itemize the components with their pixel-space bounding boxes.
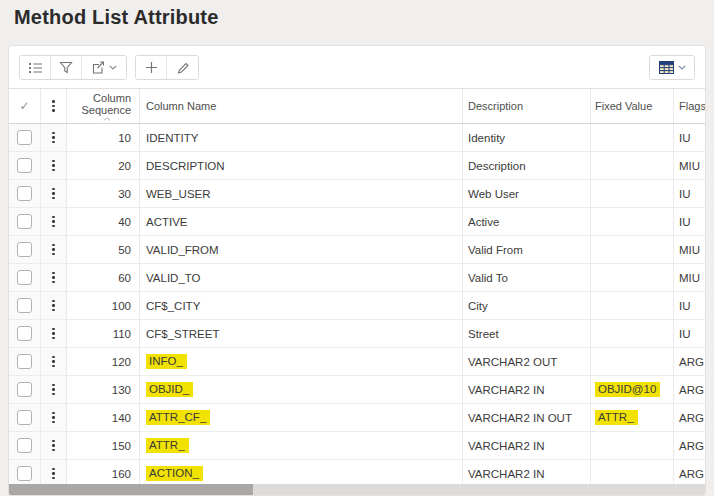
row-checkbox[interactable] — [17, 382, 32, 397]
cell-column-name: OBJID_ — [140, 376, 463, 403]
table-row[interactable]: 10 IDENTITY Identity IU — [9, 124, 705, 152]
cell-flags: MIU — [674, 264, 705, 291]
table-row[interactable]: 40 ACTIVE Active IU — [9, 208, 705, 236]
chevron-down-icon — [678, 65, 686, 70]
table-view-dropdown-button[interactable] — [650, 56, 694, 79]
row-select-cell — [9, 124, 41, 151]
toolbar-group-edit — [135, 55, 199, 80]
pencil-icon — [176, 61, 189, 74]
row-checkbox[interactable] — [17, 186, 32, 201]
header-label: Column Sequence — [67, 92, 131, 116]
row-checkbox[interactable] — [17, 242, 32, 257]
kebab-menu-icon[interactable] — [49, 241, 58, 259]
cell-fixed-value — [591, 208, 674, 235]
header-column-sequence[interactable]: Column Sequence — [67, 89, 140, 123]
cell-flags: ARG — [674, 404, 705, 431]
table-row[interactable]: 110 CF$_STREET Street IU — [9, 320, 705, 348]
table-row[interactable]: 150 ATTR_ VARCHAR2 IN ARG — [9, 432, 705, 460]
cell-sequence: 60 — [67, 264, 140, 291]
add-button[interactable] — [136, 56, 167, 79]
edit-button[interactable] — [167, 56, 198, 79]
header-menu-cell[interactable] — [41, 89, 67, 123]
cell-fixed-value — [591, 124, 674, 151]
horizontal-scrollbar[interactable] — [9, 484, 705, 495]
header-fixed-value[interactable]: Fixed Value — [591, 89, 674, 123]
sort-ascending-icon — [103, 115, 111, 121]
grid-header-row: ✓ Column Sequence Column Name — [9, 89, 705, 124]
toolbar-right — [649, 55, 695, 80]
row-menu-cell — [41, 180, 67, 207]
row-select-cell — [9, 208, 41, 235]
table-row[interactable]: 130 OBJID_ VARCHAR2 IN OBJID@10 ARG — [9, 376, 705, 404]
kebab-menu-icon[interactable] — [49, 409, 58, 427]
cell-flags: IU — [674, 208, 705, 235]
fixed-value-text: ATTR_ — [595, 410, 638, 425]
toolbar-group-view — [19, 55, 127, 80]
cell-fixed-value — [591, 264, 674, 291]
row-checkbox[interactable] — [17, 270, 32, 285]
export-dropdown-button[interactable] — [82, 56, 126, 79]
cell-sequence: 160 — [67, 460, 140, 487]
header-label: Flags — [679, 100, 705, 112]
data-grid: ✓ Column Sequence Column Name — [9, 88, 705, 488]
kebab-menu-icon[interactable] — [49, 297, 58, 315]
table-view-icon — [659, 61, 674, 74]
row-checkbox[interactable] — [17, 130, 32, 145]
table-row[interactable]: 30 WEB_USER Web User IU — [9, 180, 705, 208]
filter-icon — [59, 61, 73, 74]
column-name-text: VALID_TO — [146, 272, 201, 284]
row-checkbox[interactable] — [17, 354, 32, 369]
cell-description: VARCHAR2 IN — [463, 376, 591, 403]
cell-sequence: 130 — [67, 376, 140, 403]
row-checkbox[interactable] — [17, 410, 32, 425]
kebab-menu-icon[interactable] — [49, 381, 58, 399]
table-row[interactable]: 20 DESCRIPTION Description MIU — [9, 152, 705, 180]
chevron-down-icon — [109, 65, 117, 70]
row-checkbox[interactable] — [17, 298, 32, 313]
kebab-menu-icon[interactable] — [49, 325, 58, 343]
kebab-menu-icon[interactable] — [49, 465, 58, 483]
filter-button[interactable] — [51, 56, 82, 79]
table-row[interactable]: 140 ATTR_CF_ VARCHAR2 IN OUT ATTR_ ARG — [9, 404, 705, 432]
select-all-header[interactable]: ✓ — [9, 89, 41, 123]
column-name-text: ACTION_ — [146, 466, 203, 481]
cell-description: VARCHAR2 IN OUT — [463, 404, 591, 431]
list-icon — [28, 61, 43, 74]
grid-body: 10 IDENTITY Identity IU 20 DESCRIPTION D… — [9, 124, 705, 488]
list-view-button[interactable] — [20, 56, 51, 79]
row-menu-cell — [41, 208, 67, 235]
kebab-menu-icon[interactable] — [49, 353, 58, 371]
table-row[interactable]: 100 CF$_CITY City IU — [9, 292, 705, 320]
cell-sequence: 30 — [67, 180, 140, 207]
header-description[interactable]: Description — [463, 89, 591, 123]
cell-column-name: CF$_CITY — [140, 292, 463, 319]
cell-column-name: VALID_TO — [140, 264, 463, 291]
header-flags[interactable]: Flags — [674, 89, 705, 123]
scrollbar-thumb[interactable] — [9, 484, 253, 495]
header-column-name[interactable]: Column Name — [140, 89, 463, 123]
row-menu-cell — [41, 264, 67, 291]
table-row[interactable]: 60 VALID_TO Valid To MIU — [9, 264, 705, 292]
row-select-cell — [9, 180, 41, 207]
row-checkbox[interactable] — [17, 158, 32, 173]
row-select-cell — [9, 152, 41, 179]
cell-fixed-value: ATTR_ — [591, 404, 674, 431]
table-row[interactable]: 120 INFO_ VARCHAR2 OUT ARG — [9, 348, 705, 376]
kebab-menu-icon[interactable] — [49, 129, 58, 147]
method-list-attribute-page: Method List Attribute — [0, 0, 714, 496]
kebab-menu-icon[interactable] — [49, 213, 58, 231]
table-row[interactable]: 50 VALID_FROM Valid From MIU — [9, 236, 705, 264]
column-name-text: WEB_USER — [146, 188, 211, 200]
cell-flags: ARG — [674, 348, 705, 375]
row-checkbox[interactable] — [17, 466, 32, 481]
kebab-menu-icon[interactable] — [49, 185, 58, 203]
kebab-menu-icon[interactable] — [49, 157, 58, 175]
kebab-menu-icon[interactable] — [49, 437, 58, 455]
row-checkbox[interactable] — [17, 438, 32, 453]
kebab-menu-icon[interactable] — [49, 269, 58, 287]
cell-description: VARCHAR2 OUT — [463, 348, 591, 375]
row-checkbox[interactable] — [17, 326, 32, 341]
row-checkbox[interactable] — [17, 214, 32, 229]
cell-sequence: 10 — [67, 124, 140, 151]
cell-flags: IU — [674, 292, 705, 319]
